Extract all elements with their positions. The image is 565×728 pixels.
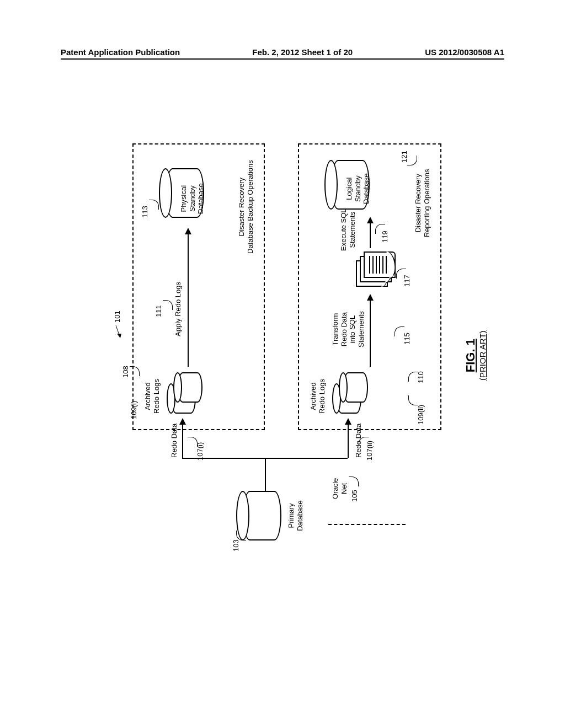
header-right: US 2012/0030508 A1 — [425, 47, 504, 57]
transform-arrow — [370, 295, 371, 367]
leader-107i — [188, 437, 198, 447]
leader-105 — [349, 477, 359, 486]
leader-119 — [375, 224, 385, 234]
dr-backup-label: Disaster Recovery Database Backup Operat… — [237, 160, 254, 254]
ref-101-arrow — [111, 323, 122, 339]
figure-number: FIG. 1 — [463, 330, 478, 381]
ref-111: 111 — [154, 305, 163, 317]
transform-label: Transform Redo Data into SQL Statements — [331, 311, 365, 347]
leader-107ii — [359, 437, 369, 447]
net-vline — [182, 458, 348, 459]
leader-103 — [236, 531, 246, 540]
apply-redo-label: Apply Redo Logs — [174, 282, 183, 336]
execute-arrow — [370, 218, 371, 248]
header-center: Feb. 2, 2012 Sheet 1 of 20 — [252, 47, 353, 57]
oracle-net-dashed — [328, 524, 406, 525]
apply-redo-arrow — [188, 229, 189, 367]
dr-reporting-label: Disaster Recovery Reporting Operations — [414, 169, 431, 237]
primary-database-icon — [243, 491, 281, 540]
archived-top-label: Archived Redo Logs — [143, 379, 161, 414]
header-rule — [61, 58, 504, 60]
physical-standby-label: Physical Standby Database — [179, 183, 205, 214]
ref-101: 101 — [113, 311, 121, 323]
ref-103: 103 — [232, 539, 240, 552]
ref-109i: 109(i) — [130, 401, 138, 419]
execute-sql-label: Execute SQL Statements — [339, 208, 356, 251]
page-header: Patent Application Publication Feb. 2, 2… — [0, 47, 565, 57]
ref-108: 108 — [121, 366, 130, 378]
ref-105: 105 — [350, 490, 359, 502]
net-hline — [265, 458, 266, 491]
leader-117 — [396, 269, 406, 279]
figure-subcaption: (PRIOR ART) — [478, 330, 487, 381]
archived-bottom-label: Archived Redo Logs — [309, 379, 326, 414]
leader-110 — [408, 372, 418, 382]
rotated-diagram-content: Primary Database 103 Oracle Net 105 Redo… — [110, 127, 463, 557]
leader-115 — [395, 326, 404, 336]
figure-1-diagram: Primary Database 103 Oracle Net 105 Redo… — [110, 127, 463, 557]
primary-db-label: Primary Database — [287, 496, 304, 535]
logical-standby-label: Logical Standby Database — [345, 173, 371, 204]
header-left: Patent Application Publication — [61, 47, 180, 57]
ref-113: 113 — [141, 206, 149, 218]
oracle-net-label: Oracle Net — [331, 478, 348, 499]
figure-caption: FIG. 1 (PRIOR ART) — [463, 330, 487, 381]
ref-109ii: 109(ii) — [417, 405, 425, 425]
